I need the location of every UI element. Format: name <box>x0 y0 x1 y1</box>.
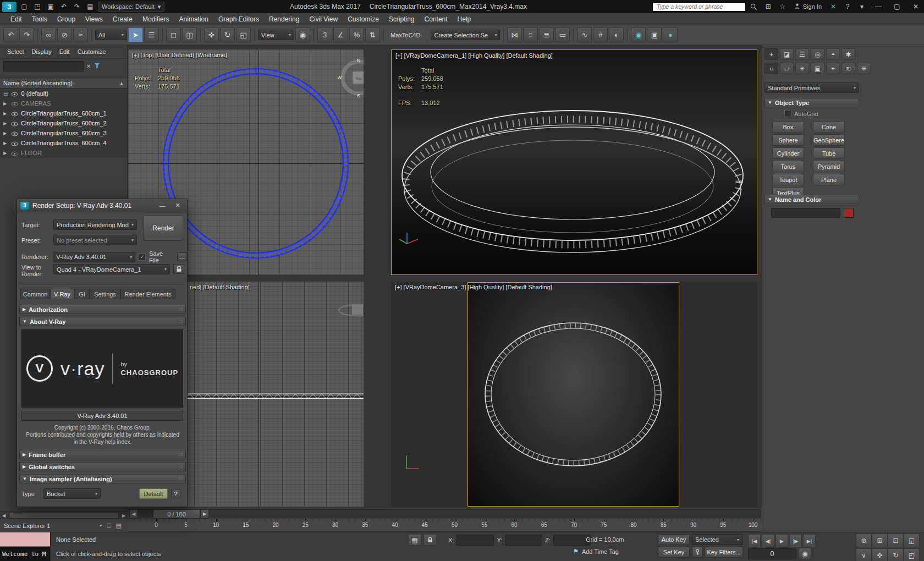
motion-tab-icon[interactable]: ◎ <box>811 48 824 60</box>
search-input[interactable] <box>656 3 743 10</box>
dialog-minimize-icon[interactable]: — <box>156 201 168 211</box>
modify-tab-icon[interactable]: ◪ <box>780 48 794 60</box>
maxtoc4d-plugin-label[interactable]: MaxToC4D <box>387 32 424 38</box>
maximize-button[interactable]: ▢ <box>889 0 905 13</box>
time-slider-handle[interactable]: 0 / 100 <box>153 509 200 519</box>
object-type-button[interactable]: GeoSphere <box>813 134 845 146</box>
object-type-button[interactable]: Cylinder <box>772 147 804 159</box>
explorer-column-header[interactable]: Name (Sorted Ascending) ▲ <box>0 78 127 89</box>
expand-arrow-icon[interactable]: ▶ <box>3 141 8 146</box>
scroll-right-icon[interactable]: ▶ <box>120 512 128 519</box>
render-production-icon[interactable]: ● <box>663 28 678 42</box>
maxscript-listener-pane[interactable]: Welcome to M <box>0 547 51 561</box>
current-frame-field[interactable] <box>748 548 796 559</box>
unlink-selection-icon[interactable]: ⊘ <box>57 28 72 42</box>
time-slider[interactable]: ◀ 0 / 100 ▶ <box>128 508 762 519</box>
helpers-category-icon[interactable]: + <box>826 63 840 74</box>
rollout-object-type[interactable]: ▼ Object Type <box>765 98 859 107</box>
next-frame-arrow-icon[interactable]: ▶ <box>200 509 209 519</box>
sign-in-button[interactable]: Sign In <box>791 3 825 10</box>
autogrid-checkbox[interactable] <box>784 110 791 117</box>
sort-ascending-icon[interactable]: ▲ <box>119 81 124 86</box>
list-item-layer-default[interactable]: ▤ 0 (default) <box>0 89 127 98</box>
rendered-frame-window-icon[interactable]: ▣ <box>647 28 662 42</box>
previous-frame-arrow-icon[interactable]: ◀ <box>129 509 138 519</box>
zoom-region-icon[interactable]: ◱ <box>904 534 920 547</box>
x-coordinate-field[interactable] <box>457 535 494 546</box>
menu-item[interactable]: Graph Editors <box>213 15 264 23</box>
set-key-button[interactable]: Set Key <box>658 547 690 558</box>
window-crossing-icon[interactable]: ◫ <box>182 28 197 42</box>
primitive-category-dropdown[interactable]: Standard Primitives ▾ <box>765 82 859 93</box>
menu-item[interactable]: Rendering <box>264 15 304 23</box>
mirror-icon[interactable]: ⋈ <box>507 28 522 42</box>
select-and-rotate-icon[interactable]: ↻ <box>220 28 235 42</box>
viewport-label[interactable]: [+] [VRayDomeCamera_1] [High Quality] [D… <box>395 52 553 59</box>
render-setup-icon[interactable]: ◉ <box>631 28 646 42</box>
explorer-menu-item[interactable]: Select <box>3 48 28 55</box>
material-editor-icon[interactable]: ◐ <box>609 28 624 42</box>
auto-key-button[interactable]: Auto Key <box>658 534 690 545</box>
layer-manager-icon[interactable]: ≣ <box>539 28 554 42</box>
rollout-about-vray[interactable]: ▼ About V-Ray ∷ <box>19 317 186 326</box>
redo-icon[interactable]: ↷ <box>72 2 82 12</box>
object-type-button[interactable]: Pyramid <box>813 161 845 172</box>
viewport-label[interactable]: [+] [Top] [User Defined] [Wireframe] <box>132 52 227 58</box>
minimize-button[interactable]: — <box>870 0 887 13</box>
rollout-image-sampler[interactable]: ▼ Image sampler (Antialiasing) ∷ <box>19 474 186 483</box>
selection-lock-icon[interactable] <box>424 534 437 546</box>
macro-recorder-pane[interactable] <box>0 532 51 547</box>
infocenter-caret-icon[interactable]: ▾ <box>856 1 868 12</box>
project-folder-icon[interactable]: ▤ <box>85 2 96 12</box>
orbit-icon[interactable]: ↻ <box>888 548 904 561</box>
filter-funnel-icon[interactable] <box>94 62 101 70</box>
scrollbar-thumb[interactable] <box>9 512 119 519</box>
object-type-button[interactable]: Plane <box>813 174 845 185</box>
explorer-layers-icon[interactable]: ≣ <box>104 522 113 529</box>
scene-explorer-title-bar[interactable]: Scene Explorer 1 ▾ ≣ ▤ <box>0 519 128 532</box>
isolate-selection-icon[interactable]: ▦ <box>408 534 421 546</box>
named-selection-sets-dropdown[interactable]: Create Selection Se ▾ <box>431 30 500 40</box>
select-object-icon[interactable]: ➤ <box>128 28 143 42</box>
spinner-snap-icon[interactable]: ⇅ <box>365 28 380 42</box>
eye-visibility-icon[interactable] <box>11 131 18 136</box>
search-icon[interactable] <box>748 1 760 12</box>
next-frame-icon[interactable]: |▶ <box>789 534 802 548</box>
select-and-move-icon[interactable]: ✜ <box>204 28 219 42</box>
object-type-button[interactable]: Teapot <box>772 174 804 185</box>
dialog-titlebar[interactable]: 3 Render Setup: V-Ray Adv 3.40.01 — ✕ <box>17 199 187 212</box>
zoom-extents-icon[interactable]: ⊡ <box>888 534 904 547</box>
menu-item[interactable]: Edit <box>6 15 27 23</box>
field-of-view-icon[interactable]: ∨ <box>856 548 872 561</box>
new-scene-icon[interactable]: ▢ <box>19 2 30 12</box>
menu-item[interactable]: Animation <box>174 15 213 23</box>
zoom-icon[interactable]: ⊕ <box>856 534 872 547</box>
menu-item[interactable]: Modifiers <box>138 15 174 23</box>
menu-item[interactable]: Group <box>52 15 80 23</box>
undo-toolbar-icon[interactable]: ↶ <box>3 28 18 42</box>
list-item-cameras[interactable]: ▶ CAMERAS <box>0 98 127 108</box>
menu-item[interactable]: Views <box>80 15 108 23</box>
geometry-category-icon[interactable]: ○ <box>765 63 778 74</box>
viewcube[interactable]: Top N S W E <box>338 57 364 98</box>
angle-snap-icon[interactable]: ∠ <box>333 28 348 42</box>
explorer-search-input[interactable] <box>3 61 84 72</box>
target-dropdown[interactable]: Production Rendering Mode ▾ <box>53 219 137 230</box>
object-type-button[interactable]: Sphere <box>772 134 804 146</box>
scroll-left-icon[interactable]: ◀ <box>0 512 8 519</box>
render-button[interactable]: Render <box>144 215 183 241</box>
rollout-name-and-color[interactable]: ▼ Name and Color <box>765 195 859 204</box>
track-bar[interactable]: 0510152025303540455055606570758085909510… <box>128 519 762 532</box>
eye-visibility-icon[interactable] <box>11 141 18 146</box>
tab-gi[interactable]: GI <box>74 289 90 299</box>
eye-visibility-icon[interactable] <box>11 121 18 126</box>
object-name-field[interactable] <box>771 208 840 218</box>
menu-item[interactable]: Scripting <box>384 15 420 23</box>
list-item-truss-1[interactable]: ▶ CircleTriangularTruss_600cm_1 <box>0 108 127 118</box>
expand-arrow-icon[interactable]: ▶ <box>3 131 8 136</box>
pan-view-icon[interactable]: ✜ <box>872 548 888 561</box>
viewport-label[interactable]: [+] [VRayDomeCamera_3] [High Quality] [D… <box>395 284 552 290</box>
menu-item[interactable]: Civil View <box>304 15 343 23</box>
render-setup-dialog[interactable]: 3 Render Setup: V-Ray Adv 3.40.01 — ✕ Ta… <box>16 199 188 507</box>
favorites-star-icon[interactable]: ☆ <box>777 1 789 12</box>
